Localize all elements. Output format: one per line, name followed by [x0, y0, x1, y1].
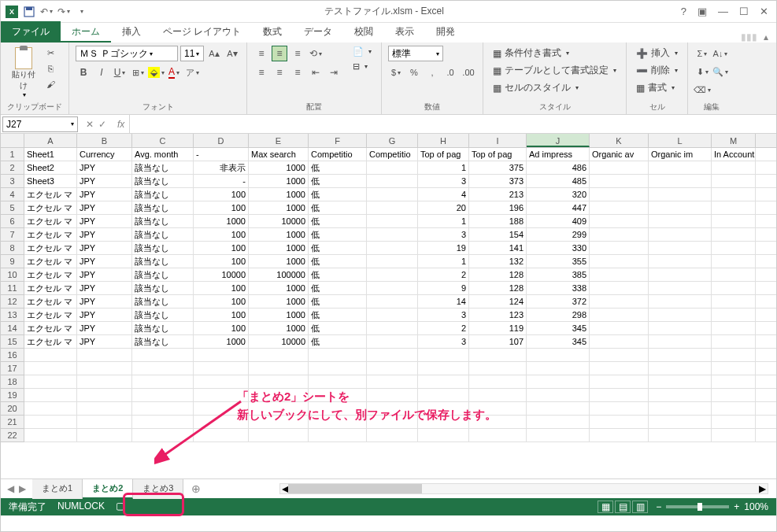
align-left-icon[interactable]: ≡ [253, 65, 269, 80]
cell-styles-button[interactable]: ▦セルのスタイル▾ [490, 80, 620, 95]
fill-icon[interactable]: ⬇▾ [694, 64, 710, 79]
col-header-L[interactable]: L [649, 134, 712, 147]
cell[interactable] [418, 362, 469, 375]
cell[interactable] [24, 402, 77, 415]
select-all-corner[interactable] [1, 134, 24, 148]
cell[interactable] [367, 308, 418, 321]
cell[interactable] [649, 375, 712, 388]
cell[interactable] [418, 402, 469, 415]
cell[interactable]: Avg. month [132, 148, 194, 161]
cell[interactable]: 213 [469, 188, 527, 201]
macro-record-icon[interactable]: ▢ [116, 501, 124, 514]
cell[interactable]: 299 [527, 228, 590, 241]
row-header-10[interactable]: 10 [1, 268, 24, 282]
row-headers[interactable]: 12345678910111213141516171819202122 [1, 148, 24, 442]
table-row[interactable]: エクセル マJPY該当なし1001000低14124372 [24, 295, 776, 308]
cell[interactable] [649, 255, 712, 268]
table-row[interactable]: Sheet2JPY該当なし非表示1000低1375486 [24, 161, 776, 175]
cell[interactable] [24, 362, 77, 375]
row-header-8[interactable]: 8 [1, 242, 24, 255]
row-header-11[interactable]: 11 [1, 282, 24, 295]
cell[interactable]: 19 [418, 242, 469, 254]
find-icon[interactable]: 🔍▾ [712, 64, 728, 79]
cell[interactable]: 119 [469, 322, 527, 334]
cell[interactable]: 低 [309, 175, 367, 187]
table-row[interactable] [24, 402, 776, 416]
collapse-ribbon-icon[interactable]: ▴ [764, 31, 768, 42]
cell[interactable] [590, 402, 649, 415]
scroll-right-icon[interactable]: ▶ [759, 483, 766, 494]
cell[interactable]: Competitio [367, 148, 418, 161]
cell[interactable]: 320 [527, 188, 590, 201]
zoom-slider[interactable] [666, 505, 729, 508]
zoom-in-icon[interactable]: + [734, 501, 739, 512]
cell[interactable] [649, 228, 712, 241]
cell[interactable]: 1000 [194, 335, 249, 348]
cell[interactable]: 1000 [249, 175, 309, 187]
comma-icon[interactable]: , [424, 65, 440, 80]
cell[interactable]: JPY [77, 308, 132, 321]
cell[interactable] [712, 161, 756, 174]
cell[interactable] [649, 402, 712, 415]
cell[interactable] [24, 416, 77, 428]
row-header-20[interactable]: 20 [1, 402, 24, 416]
cell[interactable]: JPY [77, 322, 132, 334]
font-name-select[interactable]: ＭＳ Ｐゴシック▾ [76, 46, 178, 61]
bold-button[interactable]: B [76, 65, 91, 80]
row-header-1[interactable]: 1 [1, 148, 24, 161]
border-button[interactable]: ⊞▾ [130, 65, 146, 80]
cancel-formula-icon[interactable]: ✕ [86, 119, 94, 130]
cell[interactable]: 1000 [249, 282, 309, 294]
row-header-4[interactable]: 4 [1, 188, 24, 201]
col-header-G[interactable]: G [367, 134, 418, 147]
cell[interactable] [249, 402, 309, 415]
table-row[interactable]: エクセル マJPY該当なし1001000低4213320 [24, 188, 776, 201]
row-header-17[interactable]: 17 [1, 362, 24, 375]
cell[interactable] [590, 349, 649, 361]
cell[interactable]: 該当なし [132, 175, 194, 187]
zoom-out-icon[interactable]: − [656, 501, 661, 512]
cell[interactable] [249, 416, 309, 428]
cell[interactable] [367, 201, 418, 214]
pagebreak-view-icon[interactable]: ▥ [632, 501, 648, 513]
cell[interactable]: 1000 [249, 201, 309, 214]
cell[interactable] [590, 308, 649, 321]
cell[interactable] [590, 335, 649, 348]
cell[interactable]: 低 [309, 322, 367, 334]
cell[interactable] [367, 255, 418, 268]
cell[interactable]: エクセル マ [24, 268, 77, 281]
cell[interactable]: 非表示 [194, 161, 249, 174]
cell[interactable] [367, 228, 418, 241]
cell[interactable]: 2 [418, 322, 469, 334]
cell[interactable] [649, 201, 712, 214]
col-header-I[interactable]: I [469, 134, 527, 147]
cell[interactable]: 100 [194, 201, 249, 214]
close-icon[interactable]: ✕ [760, 6, 768, 17]
cell[interactable]: 3 [418, 308, 469, 321]
cell[interactable] [712, 322, 756, 334]
conditional-format-button[interactable]: ▦条件付き書式▾ [490, 46, 620, 61]
tab-developer[interactable]: 開発 [425, 21, 466, 42]
cell[interactable]: 1 [418, 255, 469, 268]
qat-more-icon[interactable]: ▾ [75, 6, 87, 18]
cell[interactable]: 低 [309, 215, 367, 227]
currency-icon[interactable]: $▾ [388, 65, 404, 80]
row-header-7[interactable]: 7 [1, 228, 24, 242]
cell[interactable] [590, 215, 649, 227]
cell[interactable]: 1000 [249, 188, 309, 201]
row-header-3[interactable]: 3 [1, 175, 24, 188]
format-cells-button[interactable]: ▦書式▾ [633, 80, 681, 95]
cell[interactable]: 373 [469, 175, 527, 187]
cell[interactable] [309, 416, 367, 428]
zoom-level[interactable]: 100% [744, 501, 768, 512]
table-row[interactable]: エクセル マJPY該当なし1001000低3123298 [24, 308, 776, 322]
cell[interactable]: 100 [194, 282, 249, 294]
cell[interactable] [194, 389, 249, 401]
cell[interactable] [367, 429, 418, 441]
number-format-select[interactable]: 標準▾ [388, 46, 443, 61]
tab-scroll-right-icon[interactable]: ▶ [19, 483, 26, 494]
cell[interactable] [712, 349, 756, 361]
col-header-F[interactable]: F [309, 134, 367, 147]
increase-font-icon[interactable]: A▴ [206, 46, 222, 61]
cell[interactable] [418, 429, 469, 441]
